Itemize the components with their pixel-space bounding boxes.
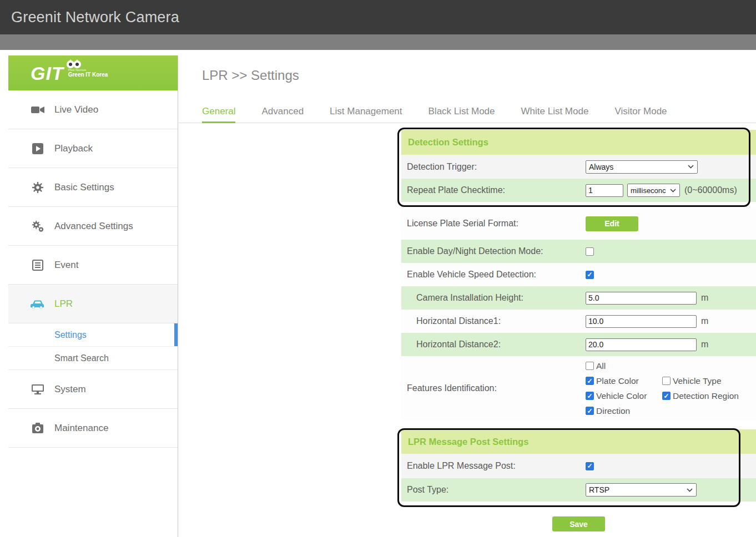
- option-label: All: [596, 361, 606, 371]
- field-label: Enable LPR Message Post:: [401, 461, 586, 471]
- brand-logo: GIT Plus Nomos Green IT Korea: [8, 55, 178, 90]
- tab-label: General: [202, 106, 235, 117]
- sidebar-item-maintenance[interactable]: Maintenance: [8, 409, 178, 448]
- car-icon: [31, 297, 45, 311]
- row-horizontal-distance2: Horizontal Distance2: m: [401, 333, 756, 356]
- sidebar-item-lpr[interactable]: LPR: [8, 285, 178, 323]
- sidebar-item-system[interactable]: System: [8, 370, 178, 409]
- gear-icon: [31, 181, 45, 194]
- save-button[interactable]: Save: [552, 516, 605, 531]
- breadcrumb: LPR >> Settings: [179, 55, 756, 83]
- detection-trigger-select[interactable]: Always: [586, 160, 698, 174]
- sidebar-item-basic-settings[interactable]: Basic Settings: [8, 168, 178, 207]
- plate-color-checkbox[interactable]: [586, 377, 594, 385]
- sidebar-item-label: Live Video: [54, 104, 98, 115]
- maintenance-icon: [31, 422, 45, 435]
- sidebar-item-playback[interactable]: Playback: [8, 129, 178, 168]
- sidebar-item-label: System: [54, 384, 86, 395]
- tab-black-list-mode[interactable]: Black List Mode: [429, 100, 495, 123]
- post-type-select[interactable]: RTSP: [586, 483, 697, 497]
- row-features-identification: Features Identification: All Plate Color: [401, 356, 756, 421]
- field-label: Post Type:: [401, 485, 586, 495]
- field-label: Camera Installation Height:: [401, 293, 586, 303]
- vehicle-color-checkbox[interactable]: [586, 392, 594, 400]
- sidebar-subitem-settings[interactable]: Settings: [8, 323, 178, 347]
- logo-text: GIT: [31, 64, 64, 83]
- sidebar-item-advanced-settings[interactable]: Advanced Settings: [8, 207, 178, 246]
- active-indicator: [174, 323, 178, 346]
- edit-button[interactable]: Edit: [586, 216, 638, 231]
- titlebar: Greenit Network Camera: [0, 0, 756, 34]
- field-label: Enable Vehicle Speed Detection:: [401, 270, 586, 280]
- app-title: Greenit Network Camera: [11, 9, 179, 26]
- field-label: Detection Trigger:: [401, 162, 586, 172]
- row-license-plate-serial-format: License Plate Serial Format: Edit: [401, 207, 756, 240]
- feature-option-vehicle-color[interactable]: Vehicle Color: [586, 391, 662, 401]
- row-camera-installation-height: Camera Installation Height: m: [401, 286, 756, 310]
- owl-icon: [65, 59, 82, 72]
- sidebar-item-label: LPR: [54, 298, 73, 310]
- sidebar-subitem-label: Smart Search: [54, 353, 109, 363]
- row-repeat-plate-checktime: Repeat Plate Checktime: milliseconc (0~6…: [401, 179, 756, 202]
- gears-icon: [31, 220, 45, 233]
- spacer: [401, 421, 756, 429]
- range-hint: (0~60000ms): [684, 185, 737, 195]
- sidebar-item-label: Maintenance: [54, 423, 108, 434]
- row-post-type: Post Type: RTSP: [401, 478, 756, 501]
- horizontal-distance1-input[interactable]: [586, 315, 697, 328]
- sub-titlebar: [0, 34, 756, 50]
- tab-list-management[interactable]: List Management: [330, 100, 402, 123]
- sidebar-item-label: Basic Settings: [54, 182, 114, 193]
- sidebar-item-event[interactable]: Event: [8, 246, 178, 285]
- feature-option-direction[interactable]: Direction: [586, 406, 662, 416]
- section-header-lpr-message-post: LPR Message Post Settings: [401, 429, 756, 454]
- feature-option-all[interactable]: All: [586, 361, 662, 371]
- direction-checkbox[interactable]: [586, 407, 594, 415]
- unit-label: m: [701, 340, 708, 349]
- sidebar-item-label: Event: [54, 260, 78, 271]
- tab-advanced[interactable]: Advanced: [261, 100, 304, 123]
- video-camera-icon: [31, 103, 45, 116]
- select-value: milliseconc: [631, 186, 666, 195]
- lpr-message-post-checkbox[interactable]: [586, 462, 594, 470]
- features-options: All Plate Color Vehicle Type: [586, 361, 739, 416]
- all-checkbox[interactable]: [586, 362, 594, 370]
- tab-label: Black List Mode: [429, 106, 495, 117]
- checktime-unit-select[interactable]: milliseconc: [627, 184, 680, 197]
- spacer: [662, 361, 739, 371]
- row-day-night-detection: Enable Day/Night Detection Mode:: [401, 240, 756, 263]
- field-label: Repeat Plate Checktime:: [401, 185, 586, 195]
- vehicle-type-checkbox[interactable]: [662, 377, 671, 385]
- feature-option-detection-region[interactable]: Detection Region: [662, 391, 739, 401]
- field-label: License Plate Serial Format:: [401, 219, 586, 229]
- logo-subtitle: Green IT Korea: [68, 72, 108, 78]
- tab-general[interactable]: General: [202, 100, 235, 123]
- horizontal-distance2-input[interactable]: [586, 338, 697, 351]
- select-value: Always: [589, 163, 613, 171]
- feature-option-vehicle-type[interactable]: Vehicle Type: [662, 376, 739, 386]
- chevron-down-icon: [687, 488, 693, 492]
- tab-label: List Management: [330, 106, 402, 117]
- row-enable-lpr-message-post: Enable LPR Message Post:: [401, 454, 756, 478]
- tab-label: Visitor Mode: [614, 106, 667, 117]
- option-label: Vehicle Type: [673, 376, 722, 386]
- play-icon: [31, 142, 45, 155]
- tab-visitor-mode[interactable]: Visitor Mode: [614, 100, 667, 123]
- repeat-checktime-input[interactable]: [586, 184, 623, 197]
- feature-option-plate-color[interactable]: Plate Color: [586, 376, 662, 386]
- chevron-down-icon: [688, 165, 694, 169]
- installation-height-input[interactable]: [586, 292, 697, 305]
- detection-region-checkbox[interactable]: [662, 392, 671, 400]
- field-label: Features Identification:: [401, 383, 586, 393]
- sidebar-subitem-smart-search[interactable]: Smart Search: [8, 347, 178, 370]
- section-header-detection: Detection Settings: [401, 130, 756, 155]
- option-label: Detection Region: [673, 391, 739, 401]
- sidebar-item-live-video[interactable]: Live Video: [8, 90, 178, 129]
- tab-white-list-mode[interactable]: White List Mode: [521, 100, 589, 123]
- day-night-checkbox[interactable]: [586, 247, 594, 256]
- settings-form: Detection Settings Detection Trigger: Al…: [401, 130, 756, 531]
- sidebar: GIT Plus Nomos Green IT Korea Live Video: [8, 55, 178, 537]
- tab-label: Advanced: [261, 106, 304, 117]
- option-label: Plate Color: [596, 376, 639, 386]
- vehicle-speed-checkbox[interactable]: [586, 271, 594, 279]
